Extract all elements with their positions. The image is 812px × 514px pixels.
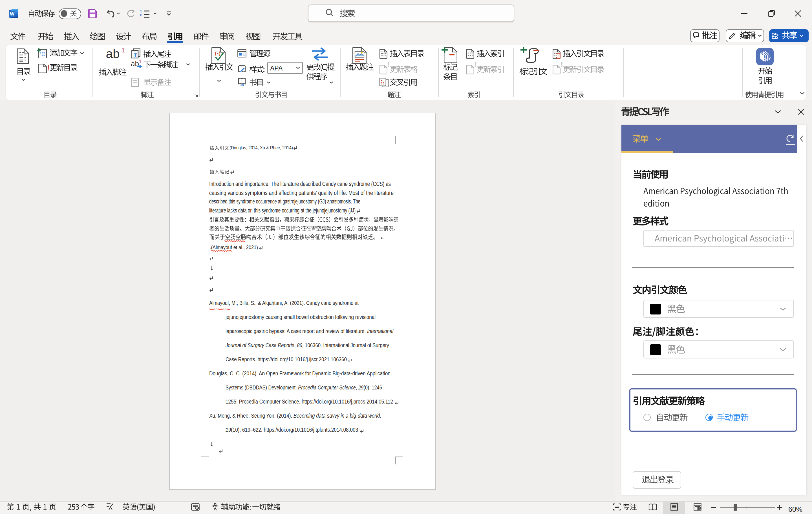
svg-text:(-): (-) (215, 50, 221, 56)
svg-text:i: i (140, 16, 141, 19)
svg-text:W: W (10, 11, 14, 17)
